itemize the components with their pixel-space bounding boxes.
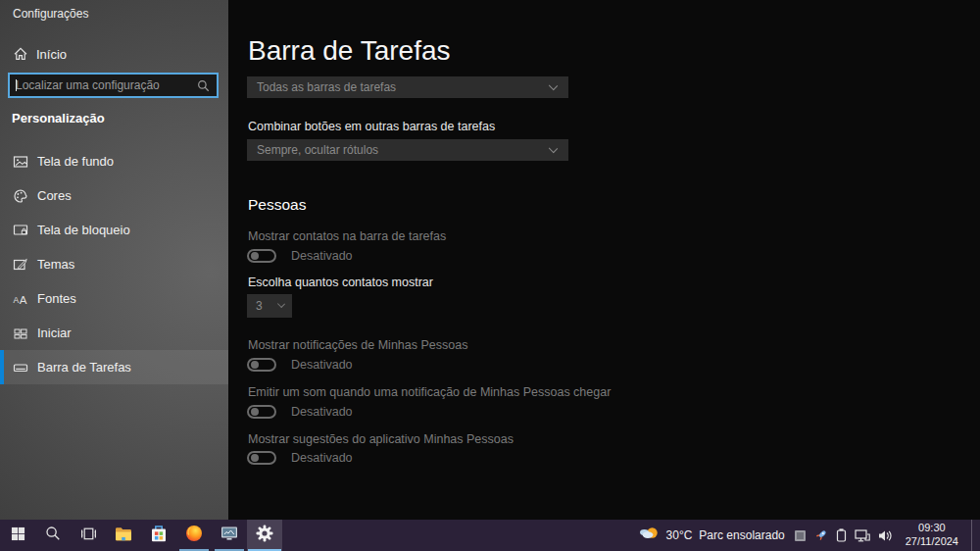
file-explorer-button[interactable] — [106, 520, 141, 551]
taskbar-search-button[interactable] — [35, 520, 71, 551]
clock-time: 09:30 — [906, 522, 958, 535]
sound-toggle[interactable] — [247, 405, 276, 419]
start-button[interactable] — [0, 520, 35, 551]
clock-date: 27/11/2024 — [906, 535, 958, 549]
taskbar-apps — [0, 520, 282, 551]
colors-icon — [13, 188, 28, 204]
toggle-knob — [251, 408, 259, 416]
notifications-state: Desativado — [291, 358, 353, 372]
tray-usb-device-icon[interactable] — [836, 528, 847, 542]
media-app-icon — [220, 526, 238, 545]
taskbar-clock[interactable]: 09:30 27/11/2024 — [902, 522, 962, 549]
task-view-icon — [80, 526, 97, 545]
gear-icon — [256, 525, 273, 546]
show-contacts-state: Desativado — [291, 249, 353, 263]
notifications-toggle[interactable] — [247, 358, 276, 372]
window-title: Configurações — [13, 7, 88, 21]
contacts-count-dropdown[interactable]: 3 — [247, 294, 292, 318]
sidebar-item-label: Tela de fundo — [37, 154, 114, 169]
weather-temp: 30°C — [666, 528, 693, 542]
sidebar-item-label: Temas — [37, 257, 74, 272]
system-tray — [794, 528, 893, 542]
sidebar-section-title: Personalização — [12, 111, 105, 125]
show-desktop-button[interactable] — [971, 520, 975, 551]
weather-widget[interactable]: 30°C Parc ensolarado — [638, 526, 785, 545]
settings-window: Configurações Início Personalização — [0, 0, 980, 520]
weather-condition: Parc ensolarado — [699, 528, 784, 542]
media-app-button[interactable] — [212, 520, 247, 551]
search-icon[interactable] — [193, 79, 213, 92]
notifications-label: Mostrar notificações de Minhas Pessoas — [248, 338, 467, 352]
sidebar-item-home[interactable]: Início — [0, 39, 228, 69]
firefox-icon — [185, 525, 203, 546]
settings-sidebar: Configurações Início Personalização — [0, 0, 228, 520]
sidebar-item-label: Cores — [37, 188, 72, 203]
search-input[interactable] — [10, 75, 193, 96]
windows-taskbar: 30°C Parc ensolarado — [0, 520, 980, 551]
sidebar-item-colors[interactable]: Cores — [0, 178, 228, 213]
tray-rocket-icon[interactable] — [814, 528, 828, 542]
sidebar-item-themes[interactable]: Temas — [0, 247, 228, 281]
sound-state: Desativado — [291, 405, 353, 419]
toggle-knob — [251, 454, 259, 462]
combine-other-label: Combinar botões em outras barras de tare… — [248, 120, 495, 133]
suggestions-state: Desativado — [291, 451, 353, 465]
settings-search-box[interactable] — [8, 73, 219, 98]
task-view-button[interactable] — [71, 520, 106, 551]
settings-main-content: Barra de Tarefas Todas as barras de tare… — [228, 0, 980, 520]
lock-screen-icon — [13, 223, 28, 238]
toggle-knob — [251, 361, 259, 369]
taskbar-icon — [13, 360, 28, 376]
sidebar-item-label: Tela de bloqueio — [37, 223, 130, 237]
show-contacts-toggle-row: Desativado — [247, 249, 353, 263]
sidebar-item-label: Fontes — [37, 291, 76, 306]
home-icon — [13, 46, 28, 62]
svg-text:A: A — [14, 294, 20, 304]
tray-volume-icon[interactable] — [878, 529, 893, 542]
windows-logo-icon — [11, 526, 25, 545]
start-menu-icon — [13, 326, 28, 341]
sidebar-home-label: Início — [36, 47, 67, 62]
sidebar-item-start[interactable]: Iniciar — [0, 316, 228, 350]
sidebar-item-lock-screen[interactable]: Tela de bloqueio — [0, 213, 228, 247]
sidebar-item-label: Barra de Tarefas — [37, 360, 131, 375]
sound-toggle-row: Desativado — [247, 405, 353, 419]
sidebar-item-taskbar[interactable]: Barra de Tarefas — [0, 350, 228, 384]
page-title: Barra de Tarefas — [248, 35, 451, 67]
show-contacts-toggle[interactable] — [247, 249, 276, 263]
weather-partly-sunny-icon — [638, 526, 660, 545]
svg-text:A: A — [20, 294, 27, 306]
combine-buttons-dropdown-value: Todas as barras de tarefas — [257, 80, 396, 94]
tray-network-icon[interactable] — [855, 529, 870, 542]
contacts-count-value: 3 — [256, 299, 263, 313]
firefox-button[interactable] — [176, 520, 212, 551]
store-button[interactable] — [141, 520, 176, 551]
desktop-screen: Configurações Início Personalização — [0, 0, 980, 551]
taskbar-tray-area: 30°C Parc ensolarado — [638, 520, 980, 551]
suggestions-label: Mostrar sugestões do aplicativo Minhas P… — [248, 432, 514, 446]
combine-buttons-dropdown[interactable]: Todas as barras de tarefas — [247, 76, 568, 98]
tray-app-square-icon[interactable] — [794, 529, 807, 542]
chevron-down-icon — [277, 300, 285, 308]
text-caret — [16, 79, 17, 91]
sound-label: Emitir um som quando uma notificação de … — [248, 385, 611, 399]
chevron-down-icon — [549, 81, 558, 90]
microsoft-store-icon — [151, 526, 167, 546]
sidebar-item-fonts[interactable]: AA Fontes — [0, 281, 228, 316]
show-contacts-label: Mostrar contatos na barra de tarefas — [248, 229, 446, 243]
combine-other-dropdown[interactable]: Sempre, ocultar rótulos — [247, 139, 568, 161]
fonts-icon: AA — [13, 291, 28, 307]
file-explorer-icon — [115, 526, 132, 545]
people-section-title: Pessoas — [248, 196, 306, 214]
contacts-count-label: Escolha quantos contatos mostrar — [248, 276, 433, 289]
suggestions-toggle-row: Desativado — [247, 451, 353, 465]
themes-icon — [13, 257, 28, 273]
search-icon — [45, 526, 61, 545]
settings-taskbar-button[interactable] — [247, 520, 282, 551]
toggle-knob — [251, 252, 259, 260]
notifications-toggle-row: Desativado — [247, 358, 353, 372]
suggestions-toggle[interactable] — [247, 451, 276, 465]
chevron-down-icon — [549, 144, 558, 153]
sidebar-item-wallpaper[interactable]: Tela de fundo — [0, 144, 228, 178]
sidebar-item-label: Iniciar — [37, 326, 72, 340]
